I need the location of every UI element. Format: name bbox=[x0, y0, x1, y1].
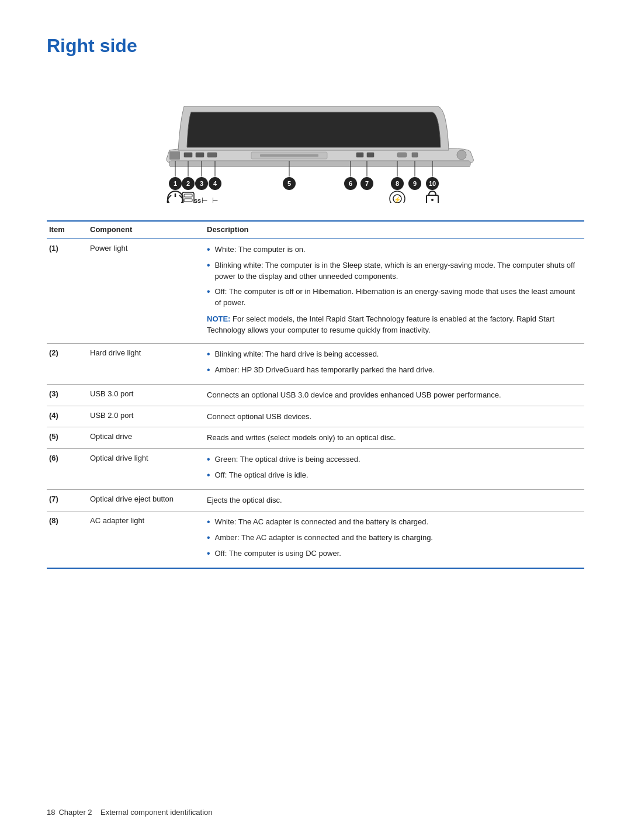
description-cell: Connect optional USB devices. bbox=[204, 406, 584, 427]
svg-point-54 bbox=[431, 199, 434, 201]
svg-point-11 bbox=[457, 150, 466, 160]
svg-text:SS: SS bbox=[194, 198, 201, 203]
table-row: (8)AC adapter lightWhite: The AC adapter… bbox=[47, 511, 584, 568]
component-cell: Optical drive eject button bbox=[88, 490, 204, 511]
footer: 18 Chapter 2 External component identifi… bbox=[47, 808, 584, 817]
col-header-description: Description bbox=[204, 221, 584, 239]
item-cell: (8) bbox=[47, 511, 88, 568]
item-cell: (4) bbox=[47, 406, 88, 427]
table-row: (3)USB 3.0 portConnects an optional USB … bbox=[47, 385, 584, 406]
bullet-item: Amber: The AC adapter is connected and t… bbox=[207, 532, 577, 544]
item-cell: (5) bbox=[47, 427, 88, 449]
svg-rect-10 bbox=[412, 153, 418, 157]
component-cell: USB 2.0 port bbox=[88, 406, 204, 427]
svg-text:⊢: ⊢ bbox=[212, 196, 218, 203]
svg-rect-0 bbox=[169, 161, 470, 167]
svg-rect-2 bbox=[184, 153, 192, 157]
bullet-item: Green: The optical drive is being access… bbox=[207, 454, 577, 466]
item-cell: (1) bbox=[47, 239, 88, 344]
page-title: Right side bbox=[47, 35, 584, 57]
component-cell: Hard drive light bbox=[88, 343, 204, 385]
svg-text:⚡: ⚡ bbox=[394, 196, 401, 203]
svg-text:7: 7 bbox=[365, 180, 369, 187]
col-header-item: Item bbox=[47, 221, 88, 239]
item-cell: (6) bbox=[47, 448, 88, 490]
svg-text:9: 9 bbox=[413, 180, 417, 187]
bullet-item: Blinking white: The computer is in the S… bbox=[207, 260, 577, 282]
svg-text:10: 10 bbox=[429, 180, 436, 187]
description-cell: Green: The optical drive is being access… bbox=[204, 448, 584, 490]
description-cell: Blinking white: The hard drive is being … bbox=[204, 343, 584, 385]
svg-rect-1 bbox=[169, 151, 180, 160]
svg-text:3: 3 bbox=[200, 180, 203, 187]
component-cell: Optical drive light bbox=[88, 448, 204, 490]
note-label: NOTE: bbox=[207, 314, 233, 323]
svg-text:8: 8 bbox=[396, 180, 399, 187]
table-row: (7)Optical drive eject buttonEjects the … bbox=[47, 490, 584, 511]
svg-text:1: 1 bbox=[174, 180, 177, 187]
footer-section: External component identification bbox=[100, 808, 213, 817]
item-cell: (3) bbox=[47, 385, 88, 406]
footer-chapter: Chapter 2 bbox=[58, 808, 92, 817]
svg-text:⊢: ⊢ bbox=[202, 196, 207, 203]
item-cell: (2) bbox=[47, 343, 88, 385]
component-cell: Power light bbox=[88, 239, 204, 344]
footer-spacer bbox=[92, 808, 100, 817]
table-row: (5)Optical driveReads and writes (select… bbox=[47, 427, 584, 449]
svg-text:4: 4 bbox=[213, 180, 217, 187]
svg-text:6: 6 bbox=[349, 180, 352, 187]
laptop-diagram: 1 2 3 4 5 6 7 8 9 10 bbox=[134, 74, 497, 203]
bullet-item: White: The AC adapter is connected and t… bbox=[207, 516, 577, 528]
bullet-item: Off: The computer is off or in Hibernati… bbox=[207, 286, 577, 309]
description-cell: Connects an optional USB 3.0 device and … bbox=[204, 385, 584, 406]
svg-text:2: 2 bbox=[186, 180, 190, 187]
item-cell: (7) bbox=[47, 490, 88, 511]
description-cell: Reads and writes (select models only) to… bbox=[204, 427, 584, 449]
component-cell: Optical drive bbox=[88, 427, 204, 449]
table-row: (1)Power lightWhite: The computer is on.… bbox=[47, 239, 584, 344]
svg-rect-4 bbox=[207, 153, 217, 157]
svg-rect-3 bbox=[196, 153, 204, 157]
svg-text:5: 5 bbox=[287, 180, 291, 187]
bullet-item: Blinking white: The hard drive is being … bbox=[207, 348, 577, 361]
svg-rect-46 bbox=[184, 199, 192, 202]
description-cell: White: The AC adapter is connected and t… bbox=[204, 511, 584, 568]
note-box: NOTE: For select models, the Intel Rapid… bbox=[207, 313, 577, 336]
svg-rect-9 bbox=[397, 153, 407, 157]
bullet-item: Amber: HP 3D DriveGuard has temporarily … bbox=[207, 364, 577, 376]
component-table: Item Component Description (1)Power ligh… bbox=[47, 220, 584, 569]
page-number: 18 bbox=[47, 808, 55, 817]
svg-rect-45 bbox=[184, 194, 192, 197]
description-cell: Ejects the optical disc. bbox=[204, 490, 584, 511]
description-cell: White: The computer is on.Blinking white… bbox=[204, 239, 584, 344]
table-row: (6)Optical drive lightGreen: The optical… bbox=[47, 448, 584, 490]
table-row: (4)USB 2.0 portConnect optional USB devi… bbox=[47, 406, 584, 427]
bullet-item: Off: The computer is using DC power. bbox=[207, 548, 577, 560]
svg-rect-6 bbox=[260, 154, 318, 157]
table-row: (2)Hard drive lightBlinking white: The h… bbox=[47, 343, 584, 385]
component-cell: AC adapter light bbox=[88, 511, 204, 568]
bullet-item: Off: The optical drive is idle. bbox=[207, 469, 577, 482]
bullet-item: White: The computer is on. bbox=[207, 244, 577, 256]
svg-rect-7 bbox=[356, 153, 363, 157]
component-cell: USB 3.0 port bbox=[88, 385, 204, 406]
diagram-area: 1 2 3 4 5 6 7 8 9 10 bbox=[126, 74, 505, 203]
col-header-component: Component bbox=[88, 221, 204, 239]
svg-rect-8 bbox=[367, 153, 374, 157]
